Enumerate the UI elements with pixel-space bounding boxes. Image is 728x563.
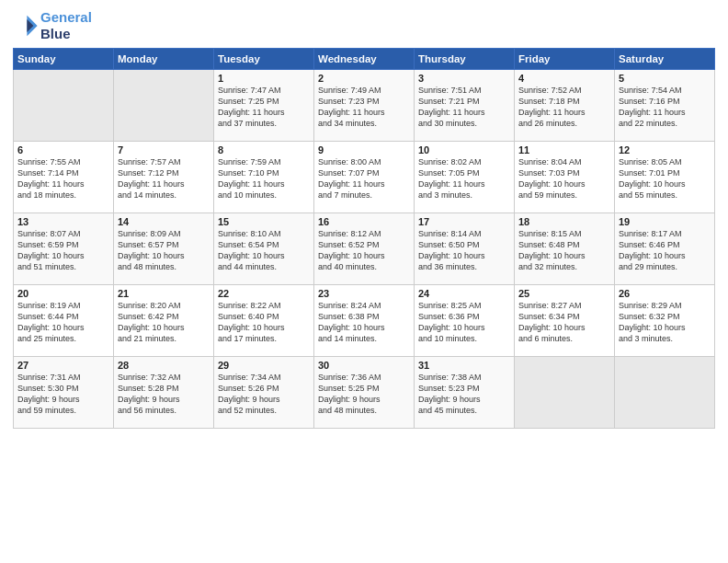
header: General Blue xyxy=(13,9,715,42)
day-number: 26 xyxy=(619,288,711,299)
day-number: 21 xyxy=(118,288,210,299)
day-number: 3 xyxy=(418,73,510,84)
day-number: 13 xyxy=(17,216,109,227)
day-info: Sunrise: 8:22 AM Sunset: 6:40 PM Dayligh… xyxy=(218,300,310,345)
day-number: 19 xyxy=(619,216,711,227)
day-number: 20 xyxy=(17,288,109,299)
day-info: Sunrise: 7:59 AM Sunset: 7:10 PM Dayligh… xyxy=(218,156,310,201)
day-info: Sunrise: 7:49 AM Sunset: 7:23 PM Dayligh… xyxy=(318,85,410,130)
day-info: Sunrise: 8:02 AM Sunset: 7:05 PM Dayligh… xyxy=(418,156,510,201)
day-info: Sunrise: 7:34 AM Sunset: 5:26 PM Dayligh… xyxy=(218,372,310,417)
day-number: 12 xyxy=(619,144,711,155)
weekday-header-monday: Monday xyxy=(114,49,214,70)
day-number: 31 xyxy=(418,360,510,371)
day-cell: 22Sunrise: 8:22 AM Sunset: 6:40 PM Dayli… xyxy=(214,285,314,357)
day-cell: 11Sunrise: 8:04 AM Sunset: 7:03 PM Dayli… xyxy=(515,142,615,213)
day-info: Sunrise: 7:51 AM Sunset: 7:21 PM Dayligh… xyxy=(418,85,510,130)
day-info: Sunrise: 7:54 AM Sunset: 7:16 PM Dayligh… xyxy=(619,85,711,130)
day-cell: 20Sunrise: 8:19 AM Sunset: 6:44 PM Dayli… xyxy=(14,285,114,357)
day-cell xyxy=(114,70,214,142)
day-number: 11 xyxy=(518,144,610,155)
day-cell xyxy=(14,70,114,142)
day-info: Sunrise: 7:31 AM Sunset: 5:30 PM Dayligh… xyxy=(17,372,109,417)
day-cell: 15Sunrise: 8:10 AM Sunset: 6:54 PM Dayli… xyxy=(214,213,314,285)
day-cell: 21Sunrise: 8:20 AM Sunset: 6:42 PM Dayli… xyxy=(114,285,214,357)
day-info: Sunrise: 8:14 AM Sunset: 6:50 PM Dayligh… xyxy=(418,228,510,273)
day-cell: 24Sunrise: 8:25 AM Sunset: 6:36 PM Dayli… xyxy=(415,285,515,357)
week-row-2: 6Sunrise: 7:55 AM Sunset: 7:14 PM Daylig… xyxy=(14,142,715,213)
day-info: Sunrise: 7:32 AM Sunset: 5:28 PM Dayligh… xyxy=(118,372,210,417)
day-number: 10 xyxy=(418,144,510,155)
calendar-table: SundayMondayTuesdayWednesdayThursdayFrid… xyxy=(13,48,715,429)
day-cell: 29Sunrise: 7:34 AM Sunset: 5:26 PM Dayli… xyxy=(214,357,314,429)
day-info: Sunrise: 8:00 AM Sunset: 7:07 PM Dayligh… xyxy=(318,156,410,201)
day-cell: 26Sunrise: 8:29 AM Sunset: 6:32 PM Dayli… xyxy=(615,285,715,357)
day-number: 7 xyxy=(118,144,210,155)
day-cell: 7Sunrise: 7:57 AM Sunset: 7:12 PM Daylig… xyxy=(114,142,214,213)
day-info: Sunrise: 8:09 AM Sunset: 6:57 PM Dayligh… xyxy=(118,228,210,273)
weekday-header-sunday: Sunday xyxy=(14,49,114,70)
day-cell: 14Sunrise: 8:09 AM Sunset: 6:57 PM Dayli… xyxy=(114,213,214,285)
day-info: Sunrise: 8:10 AM Sunset: 6:54 PM Dayligh… xyxy=(218,228,310,273)
week-row-5: 27Sunrise: 7:31 AM Sunset: 5:30 PM Dayli… xyxy=(14,357,715,429)
weekday-header-row: SundayMondayTuesdayWednesdayThursdayFrid… xyxy=(14,49,715,70)
day-info: Sunrise: 8:17 AM Sunset: 6:46 PM Dayligh… xyxy=(619,228,711,273)
day-info: Sunrise: 8:24 AM Sunset: 6:38 PM Dayligh… xyxy=(318,300,410,345)
day-cell: 12Sunrise: 8:05 AM Sunset: 7:01 PM Dayli… xyxy=(615,142,715,213)
day-info: Sunrise: 7:47 AM Sunset: 7:25 PM Dayligh… xyxy=(218,85,310,130)
day-cell: 9Sunrise: 8:00 AM Sunset: 7:07 PM Daylig… xyxy=(314,142,415,213)
day-cell: 31Sunrise: 7:38 AM Sunset: 5:23 PM Dayli… xyxy=(415,357,515,429)
day-info: Sunrise: 8:29 AM Sunset: 6:32 PM Dayligh… xyxy=(619,300,711,345)
weekday-header-tuesday: Tuesday xyxy=(214,49,314,70)
day-cell: 30Sunrise: 7:36 AM Sunset: 5:25 PM Dayli… xyxy=(314,357,415,429)
day-cell: 2Sunrise: 7:49 AM Sunset: 7:23 PM Daylig… xyxy=(314,70,415,142)
day-number: 1 xyxy=(218,73,310,84)
day-info: Sunrise: 7:36 AM Sunset: 5:25 PM Dayligh… xyxy=(318,372,410,417)
day-info: Sunrise: 8:25 AM Sunset: 6:36 PM Dayligh… xyxy=(418,300,510,345)
page: General Blue SundayMondayTuesdayWednesda… xyxy=(0,0,728,563)
day-number: 28 xyxy=(118,360,210,371)
day-number: 27 xyxy=(17,360,109,371)
day-cell: 17Sunrise: 8:14 AM Sunset: 6:50 PM Dayli… xyxy=(415,213,515,285)
logo-text: General Blue xyxy=(40,9,92,42)
day-cell: 13Sunrise: 8:07 AM Sunset: 6:59 PM Dayli… xyxy=(14,213,114,285)
day-info: Sunrise: 8:07 AM Sunset: 6:59 PM Dayligh… xyxy=(17,228,109,273)
day-info: Sunrise: 7:55 AM Sunset: 7:14 PM Dayligh… xyxy=(17,156,109,201)
weekday-header-thursday: Thursday xyxy=(415,49,515,70)
day-info: Sunrise: 8:05 AM Sunset: 7:01 PM Dayligh… xyxy=(619,156,711,201)
day-cell: 10Sunrise: 8:02 AM Sunset: 7:05 PM Dayli… xyxy=(415,142,515,213)
day-cell: 3Sunrise: 7:51 AM Sunset: 7:21 PM Daylig… xyxy=(415,70,515,142)
logo-icon xyxy=(13,13,39,39)
day-info: Sunrise: 8:15 AM Sunset: 6:48 PM Dayligh… xyxy=(518,228,610,273)
day-cell: 6Sunrise: 7:55 AM Sunset: 7:14 PM Daylig… xyxy=(14,142,114,213)
day-number: 9 xyxy=(318,144,410,155)
day-number: 5 xyxy=(619,73,711,84)
day-info: Sunrise: 7:57 AM Sunset: 7:12 PM Dayligh… xyxy=(118,156,210,201)
day-number: 16 xyxy=(318,216,410,227)
day-cell: 8Sunrise: 7:59 AM Sunset: 7:10 PM Daylig… xyxy=(214,142,314,213)
day-number: 14 xyxy=(118,216,210,227)
weekday-header-wednesday: Wednesday xyxy=(314,49,415,70)
week-row-4: 20Sunrise: 8:19 AM Sunset: 6:44 PM Dayli… xyxy=(14,285,715,357)
day-cell: 5Sunrise: 7:54 AM Sunset: 7:16 PM Daylig… xyxy=(615,70,715,142)
day-number: 23 xyxy=(318,288,410,299)
day-info: Sunrise: 7:38 AM Sunset: 5:23 PM Dayligh… xyxy=(418,372,510,417)
day-number: 18 xyxy=(518,216,610,227)
day-cell: 19Sunrise: 8:17 AM Sunset: 6:46 PM Dayli… xyxy=(615,213,715,285)
weekday-header-saturday: Saturday xyxy=(615,49,715,70)
day-info: Sunrise: 8:27 AM Sunset: 6:34 PM Dayligh… xyxy=(518,300,610,345)
day-number: 17 xyxy=(418,216,510,227)
weekday-header-friday: Friday xyxy=(515,49,615,70)
week-row-1: 1Sunrise: 7:47 AM Sunset: 7:25 PM Daylig… xyxy=(14,70,715,142)
day-cell: 28Sunrise: 7:32 AM Sunset: 5:28 PM Dayli… xyxy=(114,357,214,429)
day-cell: 25Sunrise: 8:27 AM Sunset: 6:34 PM Dayli… xyxy=(515,285,615,357)
day-number: 25 xyxy=(518,288,610,299)
day-info: Sunrise: 7:52 AM Sunset: 7:18 PM Dayligh… xyxy=(518,85,610,130)
day-cell: 4Sunrise: 7:52 AM Sunset: 7:18 PM Daylig… xyxy=(515,70,615,142)
day-cell: 1Sunrise: 7:47 AM Sunset: 7:25 PM Daylig… xyxy=(214,70,314,142)
day-cell: 16Sunrise: 8:12 AM Sunset: 6:52 PM Dayli… xyxy=(314,213,415,285)
logo: General Blue xyxy=(13,9,92,42)
day-number: 8 xyxy=(218,144,310,155)
week-row-3: 13Sunrise: 8:07 AM Sunset: 6:59 PM Dayli… xyxy=(14,213,715,285)
day-number: 30 xyxy=(318,360,410,371)
